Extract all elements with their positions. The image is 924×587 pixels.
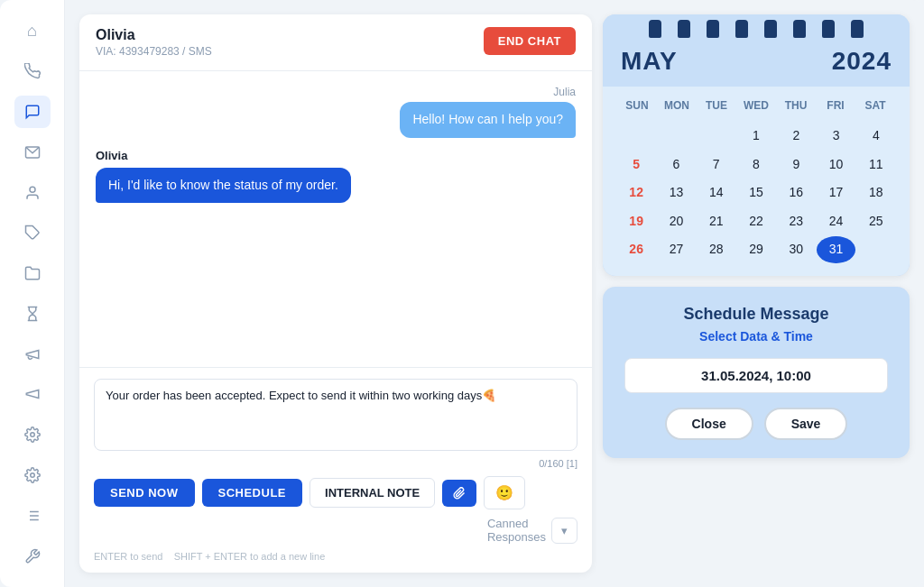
megaphone-icon[interactable]: [14, 337, 51, 371]
cal-day[interactable]: 25: [857, 208, 895, 235]
main-content: Olivia VIA: 4393479283 / SMS END CHAT Ju…: [65, 0, 924, 587]
cal-day[interactable]: 17: [817, 179, 855, 206]
cal-day[interactable]: 9: [777, 151, 815, 179]
cal-day[interactable]: 28: [698, 236, 735, 263]
cal-day-empty: [617, 123, 655, 150]
emoji-button[interactable]: 🙂: [484, 476, 525, 509]
cal-day[interactable]: 23: [777, 208, 815, 235]
ring: [678, 20, 690, 38]
ring: [649, 20, 661, 38]
cal-day[interactable]: 18: [857, 179, 895, 206]
ring: [764, 20, 777, 38]
attachment-icon-button[interactable]: [442, 480, 476, 507]
cal-day[interactable]: 22: [737, 208, 775, 235]
cal-day-sunday[interactable]: 26: [617, 236, 655, 263]
ring: [793, 20, 806, 38]
char-count: 0/160 [1]: [94, 458, 578, 469]
svg-point-1: [30, 187, 35, 192]
input-actions: SEND NOW SCHEDULE INTERNAL NOTE 🙂 Canned…: [94, 476, 578, 544]
ring: [822, 20, 835, 38]
end-chat-button[interactable]: END CHAT: [484, 27, 576, 55]
message-sender: Julia: [553, 86, 576, 98]
cal-day[interactable]: 20: [657, 208, 695, 235]
schedule-actions: Close Save: [624, 408, 888, 440]
cal-day[interactable]: 21: [698, 208, 735, 235]
input-area: Your order has been accepted. Expect to …: [79, 367, 592, 573]
message-row: Julia Hello! How can I help you?: [96, 86, 576, 138]
weekday-mon: MON: [657, 96, 697, 115]
chat-icon[interactable]: [14, 96, 51, 129]
hint-shift-enter: SHIFT + ENTER to add a new line: [174, 551, 326, 562]
cal-day-today[interactable]: 31: [817, 236, 855, 263]
schedule-button[interactable]: SCHEDULE: [202, 479, 303, 507]
calendar-year: 2024: [832, 47, 892, 76]
cal-day-sunday[interactable]: 5: [617, 151, 655, 179]
canned-responses-group: CannedResponses ▾: [487, 517, 578, 544]
message-row: Olivia Hi, I'd like to know the status o…: [96, 149, 576, 204]
chat-header-info: Olivia VIA: 4393479283 / SMS: [96, 27, 212, 58]
input-hint: ENTER to send SHIFT + ENTER to add a new…: [94, 551, 578, 562]
cal-day[interactable]: 6: [657, 151, 695, 179]
list-icon[interactable]: [14, 499, 51, 532]
schedule-datetime[interactable]: 31.05.2024, 10:00: [624, 358, 888, 393]
chat-panel: Olivia VIA: 4393479283 / SMS END CHAT Ju…: [79, 14, 592, 573]
calendar-widget: MAY 2024 SUN MON TUE WED THU FRI SAT: [603, 14, 910, 276]
messages-area: Julia Hello! How can I help you? Olivia …: [79, 71, 592, 367]
cal-day[interactable]: 1: [737, 123, 775, 150]
user-icon[interactable]: [14, 176, 51, 209]
cal-day[interactable]: 30: [777, 236, 815, 263]
cal-day-empty: [698, 123, 735, 150]
cal-day[interactable]: 7: [698, 151, 735, 179]
cal-day[interactable]: 13: [657, 179, 695, 206]
cal-day-sunday[interactable]: 19: [617, 208, 655, 235]
cal-day[interactable]: 27: [657, 236, 695, 263]
cal-day[interactable]: 11: [857, 151, 895, 179]
calendar-month: MAY: [621, 47, 678, 76]
wrench-icon[interactable]: [14, 539, 51, 573]
weekday-wed: WED: [736, 96, 776, 115]
cal-day[interactable]: 16: [777, 179, 815, 206]
canned-responses-label: CannedResponses: [487, 517, 546, 544]
ring: [735, 20, 748, 38]
weekday-thu: THU: [776, 96, 816, 115]
tag-icon[interactable]: [14, 216, 51, 250]
calendar-rings: [603, 14, 910, 38]
cal-day-empty: [857, 236, 895, 263]
cal-day[interactable]: 15: [737, 179, 775, 206]
ring: [851, 20, 864, 38]
cal-day[interactable]: 29: [737, 236, 775, 263]
internal-note-button[interactable]: INTERNAL NOTE: [310, 478, 435, 508]
mail-icon[interactable]: [14, 135, 51, 169]
home-icon[interactable]: ⌂: [14, 14, 51, 48]
right-panel: MAY 2024 SUN MON TUE WED THU FRI SAT: [603, 14, 910, 573]
cal-day[interactable]: 3: [817, 123, 855, 150]
cal-day[interactable]: 2: [777, 123, 815, 150]
cal-day[interactable]: 24: [817, 208, 855, 235]
calendar-days: 1 2 3 4 5 6 7 8 9 10 11 12 13: [617, 123, 895, 263]
canned-responses-dropdown[interactable]: ▾: [551, 518, 578, 544]
calendar-header: MAY 2024: [603, 38, 910, 87]
phone-icon[interactable]: [14, 55, 51, 88]
schedule-message-title: Schedule Message: [624, 305, 888, 324]
weekday-tue: TUE: [697, 96, 736, 115]
message-input[interactable]: Your order has been accepted. Expect to …: [94, 379, 578, 451]
svg-point-4: [30, 473, 34, 478]
cal-day[interactable]: 4: [857, 123, 895, 150]
close-schedule-button[interactable]: Close: [665, 408, 753, 440]
schedule-message-widget: Schedule Message Select Data & Time 31.0…: [603, 287, 910, 458]
megaphone2-icon[interactable]: [14, 378, 51, 411]
send-now-button[interactable]: SEND NOW: [94, 479, 195, 507]
cal-day[interactable]: 10: [817, 151, 855, 179]
settings2-icon[interactable]: [14, 459, 51, 492]
settings-icon[interactable]: [14, 418, 51, 452]
contact-name: Olivia: [96, 27, 212, 43]
incoming-name: Olivia: [96, 149, 127, 162]
cal-day-sunday[interactable]: 12: [617, 179, 655, 206]
hourglass-icon[interactable]: [14, 297, 51, 330]
cal-day[interactable]: 8: [737, 151, 775, 179]
save-schedule-button[interactable]: Save: [764, 408, 848, 440]
cal-day[interactable]: 14: [698, 179, 735, 206]
calendar-weekdays: SUN MON TUE WED THU FRI SAT: [617, 96, 895, 115]
contact-via: VIA: 4393479283 / SMS: [96, 45, 212, 58]
folder-icon[interactable]: [14, 257, 51, 290]
